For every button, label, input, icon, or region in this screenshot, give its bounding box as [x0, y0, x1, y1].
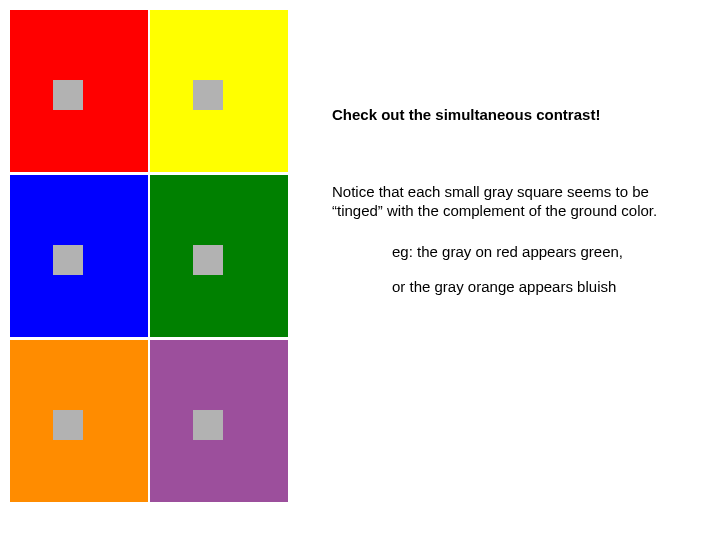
- swatch-yellow: [150, 10, 288, 172]
- gray-chip: [53, 245, 83, 275]
- heading: Check out the simultaneous contrast!: [332, 106, 688, 123]
- example-line-1: eg: the gray on red appears green,: [392, 243, 688, 260]
- swatch-orange: [10, 340, 148, 502]
- gray-chip: [53, 410, 83, 440]
- swatch-row: [10, 340, 288, 502]
- gray-chip: [193, 245, 223, 275]
- swatch-row: [10, 175, 288, 337]
- swatch-row: [10, 10, 288, 172]
- swatch-green: [150, 175, 288, 337]
- notice-paragraph: Notice that each small gray square seems…: [332, 183, 688, 221]
- example-line-2: or the gray orange appears bluish: [392, 278, 688, 295]
- gray-chip: [193, 410, 223, 440]
- swatch-grid: [10, 10, 288, 505]
- gray-chip: [53, 80, 83, 110]
- gray-chip: [193, 80, 223, 110]
- swatch-purple: [150, 340, 288, 502]
- text-block: Check out the simultaneous contrast! Not…: [332, 106, 688, 313]
- swatch-blue: [10, 175, 148, 337]
- swatch-red: [10, 10, 148, 172]
- slide: Check out the simultaneous contrast! Not…: [0, 0, 720, 540]
